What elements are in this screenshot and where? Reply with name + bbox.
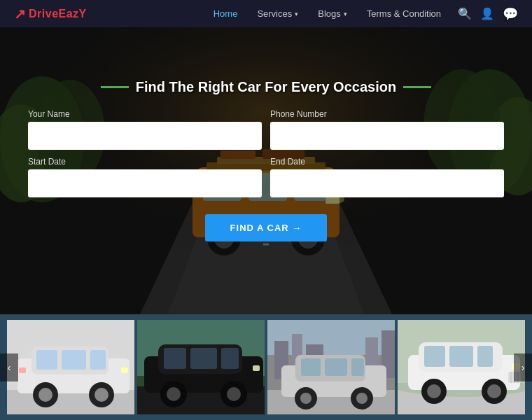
svg-point-83 <box>487 384 501 398</box>
logo-text: DriveEazY <box>29 8 87 20</box>
hero-title-row: Find The Right Car For Every Occasion <box>101 79 431 95</box>
start-label: Start Date <box>28 157 262 167</box>
chevron-down-icon: ▾ <box>295 10 298 18</box>
logo-icon: ↗ <box>14 6 26 22</box>
svg-rect-47 <box>164 348 186 369</box>
nav-icons: 🔍 👤 💬 <box>458 6 518 22</box>
svg-rect-78 <box>449 346 473 367</box>
chevron-down-icon: ▾ <box>344 10 347 18</box>
end-date-input[interactable] <box>270 169 504 197</box>
hero-title: Find The Right Car For Every Occasion <box>136 79 396 95</box>
svg-point-53 <box>227 387 241 401</box>
svg-point-39 <box>94 388 108 402</box>
whatsapp-icon[interactable]: 💬 <box>503 6 518 22</box>
form-row-dates: Start Date End Date <box>28 157 504 197</box>
svg-rect-54 <box>253 365 260 371</box>
svg-point-71 <box>356 393 368 404</box>
svg-point-51 <box>167 387 181 401</box>
svg-rect-48 <box>190 348 217 369</box>
nav-item-blogs[interactable]: Blogs ▾ <box>308 0 357 27</box>
form-group-name: Your Name <box>28 109 262 150</box>
svg-rect-33 <box>36 350 57 370</box>
form-row-name-phone: Your Name Phone Number <box>28 109 504 150</box>
car-image-3[interactable] <box>267 320 395 414</box>
navbar: ↗ DriveEazY Home Services ▾ Blogs ▾ Term… <box>0 0 532 27</box>
nav-item-terms[interactable]: Terms & Condition <box>357 0 451 27</box>
car-image-1[interactable] <box>7 320 134 414</box>
nav-links: Home Services ▾ Blogs ▾ Terms & Conditio… <box>204 0 451 27</box>
phone-input[interactable] <box>270 122 504 150</box>
nav-link-blogs[interactable]: Blogs ▾ <box>308 0 357 27</box>
nav-item-services[interactable]: Services ▾ <box>247 0 308 27</box>
search-icon[interactable]: 🔍 <box>458 7 472 20</box>
gallery-strip: ‹ <box>0 314 532 420</box>
phone-label: Phone Number <box>270 109 504 119</box>
svg-rect-67 <box>351 358 364 376</box>
svg-point-37 <box>38 388 52 402</box>
svg-rect-30 <box>7 390 134 414</box>
form-group-start: Start Date <box>28 157 262 197</box>
logo[interactable]: ↗ DriveEazY <box>14 6 87 22</box>
svg-rect-35 <box>90 350 106 370</box>
gallery-next-button[interactable]: › <box>514 354 532 382</box>
user-icon[interactable]: 👤 <box>480 7 494 20</box>
hero-section: Find The Right Car For Every Occasion Yo… <box>0 27 532 314</box>
nav-link-home[interactable]: Home <box>204 0 248 27</box>
end-label: End Date <box>270 157 504 167</box>
car-image-2[interactable] <box>137 320 265 414</box>
find-car-button[interactable]: FIND A CAR → <box>205 214 328 241</box>
nav-item-home[interactable]: Home <box>204 0 248 27</box>
gallery-prev-button[interactable]: ‹ <box>0 354 18 382</box>
name-input[interactable] <box>28 122 262 150</box>
hero-line-right <box>403 86 431 88</box>
gallery-images <box>7 320 525 414</box>
name-label: Your Name <box>28 109 262 119</box>
svg-rect-77 <box>424 346 445 367</box>
form-group-phone: Phone Number <box>270 109 504 150</box>
hero-content: Find The Right Car For Every Occasion Yo… <box>0 79 532 241</box>
svg-rect-41 <box>19 368 26 373</box>
svg-rect-65 <box>301 358 321 376</box>
start-date-input[interactable] <box>28 169 262 197</box>
svg-rect-66 <box>325 358 347 376</box>
form-group-end: End Date <box>270 157 504 197</box>
svg-rect-34 <box>62 350 86 370</box>
nav-link-services[interactable]: Services ▾ <box>247 0 308 27</box>
nav-link-terms[interactable]: Terms & Condition <box>357 0 451 27</box>
svg-rect-49 <box>221 348 239 369</box>
svg-rect-40 <box>121 368 128 373</box>
svg-point-69 <box>300 393 312 404</box>
svg-point-81 <box>427 384 441 398</box>
svg-rect-79 <box>477 346 493 367</box>
car-image-4[interactable] <box>398 320 525 414</box>
hero-line-left <box>101 86 129 88</box>
